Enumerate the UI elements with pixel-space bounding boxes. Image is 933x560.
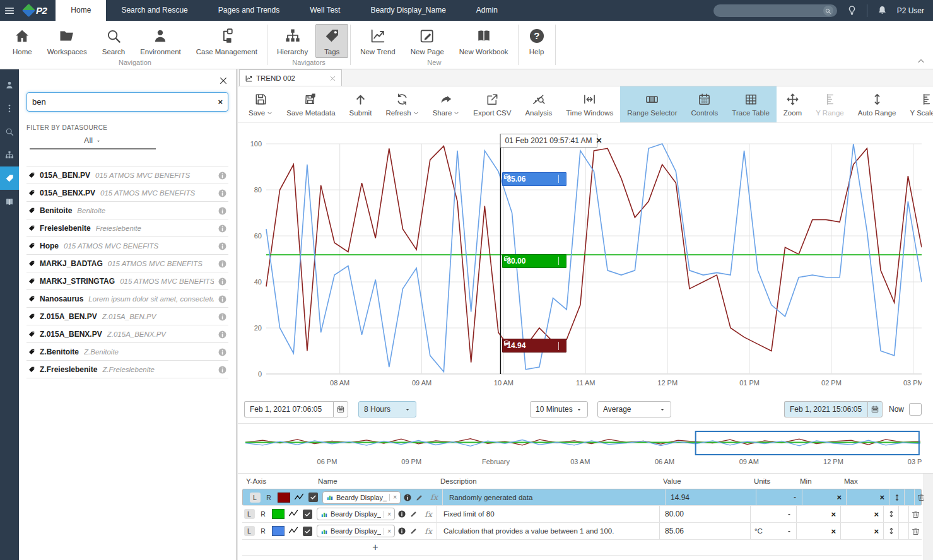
fx-icon[interactable]: fx [425,527,432,536]
interval-select[interactable]: 10 Minutes [530,401,588,417]
duration-select[interactable]: 8 Hours [358,401,416,417]
trace-color-swatch[interactable] [278,493,290,503]
top-nav-tab-pages-and-trends[interactable]: Pages and Trends [203,0,295,21]
global-search-input[interactable] [713,7,823,15]
ribbon-button-new-trend[interactable]: New Trend [353,24,403,58]
info-icon[interactable] [218,187,227,199]
collapse-ribbon-icon[interactable] [917,55,925,66]
tag-chip[interactable]: Beardy Display_...× [317,508,395,520]
info-icon[interactable] [218,346,227,358]
notifications-bell-icon[interactable] [876,4,888,16]
max-cell[interactable]: × [846,489,889,505]
info-icon[interactable] [218,276,227,287]
tag-list-item[interactable]: BenitoiteBenitoite [26,202,228,219]
tag-chip[interactable]: Beardy Display_...× [322,491,401,504]
ribbon-button-case-management[interactable]: Case Management [189,24,265,58]
ribbon-button-home[interactable]: Home [5,24,40,58]
cursor-close-icon[interactable]: ✕ [596,136,602,145]
ribbon-button-help[interactable]: ?Help [520,24,553,66]
toolbar-button-trace-table[interactable]: Trace Table [725,86,776,122]
pencil-icon[interactable] [415,493,424,502]
cursor-value-label[interactable]: 80.00 [502,254,566,268]
right-axis-toggle[interactable]: R [264,493,274,503]
chip-remove-icon[interactable]: × [389,494,400,501]
tag-list-item[interactable]: MARKJ_STRINGTAG015 ATMOS MVC BENEFITS [26,272,228,290]
ribbon-button-new-workbook[interactable]: New Workbook [452,24,516,58]
toolbar-button-analysis[interactable]: Analysis [518,86,559,122]
toolbar-button-share[interactable]: Share [426,86,467,122]
tag-list-item[interactable]: MARKJ_BADTAG015 ATMOS MVC BENEFITS [26,255,228,272]
tag-list-item[interactable]: 015A_BENX.PV015 ATMOS MVC BENEFITS [26,184,228,202]
pencil-icon[interactable] [409,510,418,518]
tag-list-item[interactable]: 015A_BEN.PV015 ATMOS MVC BENEFITS [26,166,228,184]
updown-icon[interactable] [893,493,901,502]
search-icon[interactable] [823,6,833,16]
info-icon[interactable] [397,527,406,535]
top-nav-tab-beardy-display-name[interactable]: Beardy Display_Name [355,0,461,21]
min-cell[interactable]: × [796,523,840,539]
visibility-checkbox[interactable] [303,527,312,536]
info-icon[interactable] [218,329,227,340]
global-search[interactable] [713,4,837,17]
range-selector-band[interactable]: 06 PM09 PMFebruary03 AM06 AM09 AM12 PM03… [238,423,933,474]
end-calendar-button[interactable] [867,401,883,417]
toolbar-button-range-selector[interactable]: Range Selector [620,86,684,122]
info-icon[interactable] [218,205,227,216]
line-style-icon[interactable] [288,525,299,537]
lightbulb-icon[interactable] [846,4,858,16]
fx-icon[interactable]: fx [425,510,432,519]
toolbar-button-submit[interactable]: Submit [343,86,379,122]
tag-list-item[interactable]: Z.BenitoiteZ.Benitoite [26,343,228,361]
user-name[interactable]: P2 User [897,6,924,15]
info-icon[interactable] [218,170,227,181]
min-cell[interactable]: × [802,489,846,505]
rail-item-tags[interactable] [0,166,19,190]
info-icon[interactable] [218,223,227,234]
pencil-icon[interactable] [409,527,418,535]
updown-icon[interactable] [887,527,896,535]
cursor-value-label[interactable]: 85.06 [502,172,566,186]
visibility-checkbox[interactable] [308,493,318,502]
trace-row[interactable]: LRBeardy Display_...×fxRandomly generate… [242,489,922,506]
tag-search-input[interactable] [32,97,218,107]
cursor-value-label[interactable]: 14.94 [502,339,566,353]
top-nav-tab-search-and-rescue[interactable]: Search and Rescue [106,0,202,21]
trace-row[interactable]: LRBeardy Display_...×fxCalculation that … [242,523,922,540]
tag-list-item[interactable]: Z.015A_BEN.PVZ.015A_BEN.PV [26,308,228,325]
toolbar-button-y-scale[interactable]: Y Scale [903,86,933,122]
toolbar-button-export-csv[interactable]: Export CSV [466,86,518,122]
rail-item-search[interactable] [0,120,19,143]
info-icon[interactable] [218,240,227,252]
trend-chart[interactable]: 02040608010008 AM09 AM10 AM11 AM12 PM01 … [242,123,922,395]
ribbon-button-new-page[interactable]: New Page [403,24,452,58]
info-icon[interactable] [218,311,227,322]
updown-icon[interactable] [887,510,896,518]
info-icon[interactable] [218,258,227,269]
info-icon[interactable] [218,293,227,305]
toolbar-button-auto-range[interactable]: Auto Range [851,86,903,122]
table-scrollbar-gutter[interactable] [924,474,933,560]
toolbar-button-controls[interactable]: Controls [684,86,725,122]
fx-icon[interactable]: fx [430,493,438,502]
toolbar-button-time-windows[interactable]: Time Windows [559,86,620,122]
left-axis-toggle[interactable]: L [250,493,261,503]
ribbon-button-tags[interactable]: Tags [315,24,348,58]
trace-color-swatch[interactable] [272,526,285,536]
aggregation-select[interactable]: Average [597,401,671,417]
rail-item-workbook[interactable] [0,190,19,213]
units-cell[interactable]: °C [750,523,796,539]
hamburger-menu-icon[interactable] [0,4,19,16]
trace-row[interactable]: LRBeardy Display_...×fxFixed limit of 80… [242,506,922,523]
max-cell[interactable]: × [840,506,883,522]
toolbar-button-save[interactable]: Save [242,86,279,122]
datasource-filter-dropdown[interactable]: All [30,136,156,149]
ribbon-button-environment[interactable]: Environment [132,24,189,58]
add-trace-button[interactable]: + [314,542,437,553]
trend-tab-close-icon[interactable] [329,73,336,84]
tag-list-item[interactable]: Hope015 ATMOS MVC BENEFITS [26,237,228,255]
trash-icon[interactable] [911,510,920,519]
chip-remove-icon[interactable]: × [384,511,394,518]
units-cell[interactable] [750,506,796,522]
end-time-input[interactable]: Feb 1, 2021 15:06:05 [784,401,867,417]
info-icon[interactable] [403,493,412,502]
